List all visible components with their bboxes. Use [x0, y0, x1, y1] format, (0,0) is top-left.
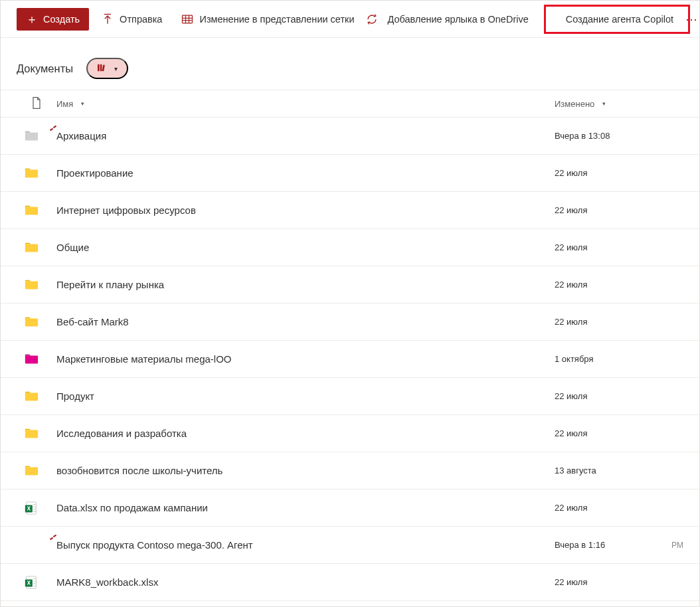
grid-icon [181, 13, 194, 26]
ellipsis-icon: ⋯ [685, 12, 699, 27]
onedrive-shortcut-button[interactable]: Добавление ярлыка в OneDrive [381, 6, 535, 33]
new-indicator-icon [50, 126, 56, 133]
item-name[interactable]: Продукт [56, 390, 94, 402]
new-indicator-icon [50, 535, 56, 542]
item-modified: 13 августа [555, 466, 661, 476]
item-name[interactable]: Проектирование [56, 167, 133, 179]
list-item[interactable]: АрхивацияВчера в 13:08 [1, 118, 699, 155]
item-modified: Вчера в 1:16 [555, 540, 661, 550]
folder-icon [24, 426, 39, 441]
folder-icon [24, 464, 39, 478]
sync-icon [365, 13, 379, 26]
library-header: Документы ▾ [1, 38, 699, 90]
item-modified: 22 июля [555, 168, 661, 178]
item-name[interactable]: Исследования и разработка [56, 428, 187, 439]
onedrive-label: Добавление ярлыка в OneDrive [388, 14, 529, 25]
list-item[interactable]: Проектирование22 июля [1, 155, 699, 192]
item-modified: 22 июля [555, 242, 661, 252]
item-modified-suffix: PM [661, 541, 683, 550]
more-commands-button[interactable]: ⋯ [685, 9, 699, 30]
column-header-type[interactable] [17, 96, 56, 112]
folder-icon [24, 315, 39, 329]
list-item[interactable]: возобновится после школы-учитель13 авгус… [1, 452, 699, 489]
list-item[interactable]: Data.xlsx по продажам кампании22 июля [1, 489, 699, 527]
item-modified: 22 июля [555, 577, 661, 587]
item-modified: 22 июля [555, 503, 661, 513]
item-name[interactable]: Data.xlsx по продажам кампании [56, 502, 208, 513]
column-header-name[interactable]: Имя ▾ [56, 99, 555, 109]
excel-icon [24, 575, 39, 590]
grid-header: Имя ▾ Изменено ▾ [1, 90, 699, 118]
item-name[interactable]: Перейти к плану рынка [56, 279, 164, 290]
folder-icon [24, 278, 39, 292]
create-copilot-agent-button[interactable]: Создание агента Copilot [541, 6, 680, 33]
item-modified: 1 октября [555, 354, 661, 364]
list-item[interactable]: Исследования и разработка22 июля [1, 415, 699, 452]
copilot-label: Создание агента Copilot [566, 14, 673, 25]
upload-button[interactable]: Отправка [94, 6, 169, 33]
create-button-label: Создать [43, 14, 80, 25]
item-modified: 22 июля [555, 317, 661, 327]
list-item[interactable]: Продукт22 июля [1, 378, 699, 415]
file-list: АрхивацияВчера в 13:08Проектирование22 и… [1, 118, 699, 601]
list-item[interactable]: Перейти к плану рынка22 июля [1, 266, 699, 304]
grid-label: Изменение в представлении сетки [199, 14, 354, 25]
item-modified: Вчера в 13:08 [555, 131, 661, 141]
item-name[interactable]: Общие [56, 242, 89, 253]
item-name[interactable]: возобновится после школы-учитель [56, 465, 222, 476]
chevron-down-icon: ▾ [602, 100, 606, 107]
list-item[interactable]: Выпуск продукта Contoso mega-300. АгентВ… [1, 527, 699, 564]
list-item[interactable]: Общие22 июля [1, 229, 699, 266]
folder-icon [24, 129, 39, 143]
views-icon [96, 62, 108, 76]
column-header-modified[interactable]: Изменено ▾ [555, 99, 661, 109]
folder-icon [24, 389, 39, 404]
chevron-down-icon: ▾ [81, 100, 84, 107]
item-name[interactable]: Интернет цифровых ресурсов [56, 205, 196, 216]
item-name[interactable]: Веб-сайт Mark8 [56, 316, 129, 327]
column-header-modified-label: Изменено [555, 99, 594, 109]
copilot-icon [24, 538, 39, 553]
chevron-down-icon: ▾ [114, 65, 118, 72]
item-name[interactable]: Маркетинговые материалы mega-lOO [56, 353, 232, 365]
column-header-name-label: Имя [56, 99, 73, 109]
upload-icon [101, 13, 114, 26]
folder-icon [24, 240, 39, 255]
item-name[interactable]: Выпуск продукта Contoso mega-300. Агент [56, 539, 253, 551]
view-selector[interactable]: ▾ [86, 58, 128, 79]
file-type-icon [30, 96, 43, 112]
item-name[interactable]: MARK8_workback.xlsx [56, 576, 158, 588]
list-item[interactable]: Интернет цифровых ресурсов22 июля [1, 192, 699, 229]
item-name[interactable]: Архивация [56, 130, 106, 141]
copilot-icon [547, 13, 561, 26]
item-modified: 22 июля [555, 280, 661, 290]
list-item[interactable]: MARK8_workback.xlsx22 июля [1, 564, 699, 601]
item-modified: 22 июля [555, 428, 661, 438]
folder-icon [24, 166, 39, 181]
grid-view-button[interactable]: Изменение в представлении сетки [174, 6, 361, 33]
command-bar: ＋ Создать Отправка Изменение в представл… [1, 1, 699, 38]
create-button[interactable]: ＋ Создать [17, 8, 89, 31]
item-modified: 22 июля [555, 391, 661, 401]
library-title: Документы [17, 62, 73, 75]
list-item[interactable]: Маркетинговые материалы mega-lOO1 октябр… [1, 341, 699, 378]
list-item[interactable]: Веб-сайт Mark822 июля [1, 304, 699, 341]
excel-icon [24, 501, 39, 515]
folder-icon [24, 352, 39, 367]
upload-label: Отправка [120, 14, 162, 25]
item-modified: 22 июля [555, 205, 661, 215]
folder-icon [24, 203, 39, 218]
